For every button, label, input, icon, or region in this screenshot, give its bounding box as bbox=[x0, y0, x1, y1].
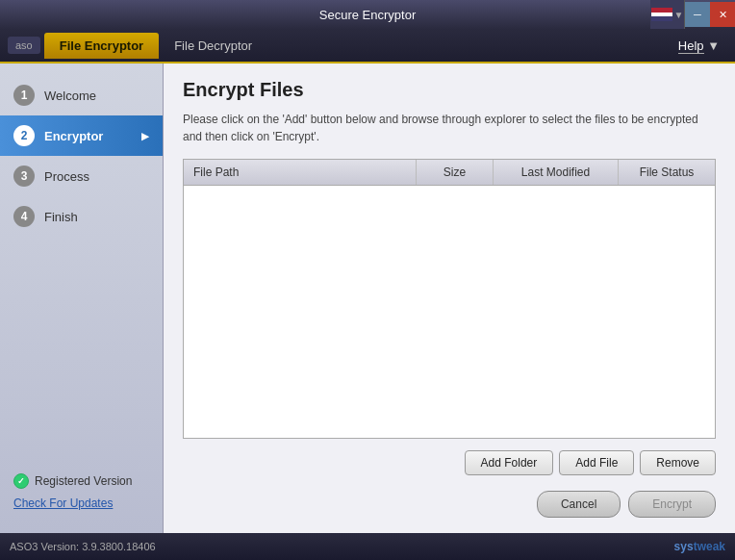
minimize-button[interactable]: ─ bbox=[685, 2, 710, 27]
table-header: File Path Size Last Modified File Status bbox=[184, 160, 715, 186]
flag-icon bbox=[651, 8, 672, 21]
menubar: aso File Encryptor File Decryptor Help ▼ bbox=[0, 29, 735, 64]
sidebar-label-welcome: Welcome bbox=[44, 89, 96, 103]
file-action-buttons: Add Folder Add File Remove bbox=[183, 450, 716, 475]
page-description: Please click on the 'Add' button below a… bbox=[183, 111, 716, 145]
window-controls: ▼ ─ ✕ bbox=[650, 0, 735, 29]
registered-icon bbox=[13, 473, 29, 489]
sidebar-bottom: Registered Version Check For Updates bbox=[0, 462, 163, 522]
add-folder-button[interactable]: Add Folder bbox=[465, 450, 554, 475]
sidebar: 1 Welcome 2 Encryptor ▶ 3 Process 4 Fini… bbox=[0, 64, 164, 533]
sidebar-num-4: 4 bbox=[13, 206, 35, 227]
remove-button[interactable]: Remove bbox=[640, 450, 716, 475]
close-button[interactable]: ✕ bbox=[710, 2, 735, 27]
sidebar-label-finish: Finish bbox=[44, 210, 78, 224]
page-title: Encrypt Files bbox=[183, 79, 716, 101]
logo-label: aso bbox=[8, 37, 40, 54]
col-modified: Last Modified bbox=[494, 160, 619, 185]
content-area: Encrypt Files Please click on the 'Add' … bbox=[164, 64, 735, 533]
cancel-button[interactable]: Cancel bbox=[537, 491, 621, 518]
encrypt-button[interactable]: Encrypt bbox=[628, 491, 716, 518]
table-body bbox=[184, 186, 715, 435]
main-layout: 1 Welcome 2 Encryptor ▶ 3 Process 4 Fini… bbox=[0, 64, 735, 533]
app-title: Secure Encryptor bbox=[319, 8, 416, 22]
file-table: File Path Size Last Modified File Status bbox=[183, 159, 716, 439]
tab-file-decryptor[interactable]: File Decryptor bbox=[159, 33, 267, 59]
col-filepath: File Path bbox=[184, 160, 417, 185]
sidebar-label-process: Process bbox=[44, 169, 89, 184]
sidebar-item-encryptor[interactable]: 2 Encryptor ▶ bbox=[0, 115, 163, 156]
statusbar: ASO3 Version: 3.9.3800.18406 systweak bbox=[0, 533, 735, 560]
sidebar-num-1: 1 bbox=[13, 85, 35, 106]
sidebar-label-encryptor: Encryptor bbox=[44, 129, 103, 143]
check-updates-link[interactable]: Check For Updates bbox=[13, 496, 149, 510]
sidebar-item-process[interactable]: 3 Process bbox=[0, 156, 163, 196]
col-status: File Status bbox=[619, 160, 715, 185]
titlebar: Secure Encryptor ▼ ─ ✕ bbox=[0, 0, 735, 29]
version-label: ASO3 Version: 3.9.3800.18406 bbox=[10, 541, 156, 552]
brand-label: systweak bbox=[674, 540, 725, 553]
language-flag[interactable]: ▼ bbox=[650, 0, 685, 29]
registered-label: Registered Version bbox=[35, 474, 132, 488]
add-file-button[interactable]: Add File bbox=[559, 450, 634, 475]
sidebar-num-2: 2 bbox=[13, 125, 35, 146]
tab-file-encryptor[interactable]: File Encryptor bbox=[44, 33, 159, 59]
sidebar-num-3: 3 bbox=[13, 165, 35, 187]
col-size: Size bbox=[417, 160, 494, 185]
help-menu[interactable]: Help ▼ bbox=[671, 35, 727, 57]
sidebar-item-welcome[interactable]: 1 Welcome bbox=[0, 75, 163, 115]
sidebar-arrow-icon: ▶ bbox=[141, 131, 149, 141]
bottom-actions: Cancel Encrypt bbox=[183, 487, 716, 518]
sidebar-item-finish[interactable]: 4 Finish bbox=[0, 196, 163, 237]
registered-badge: Registered Version bbox=[13, 473, 149, 489]
